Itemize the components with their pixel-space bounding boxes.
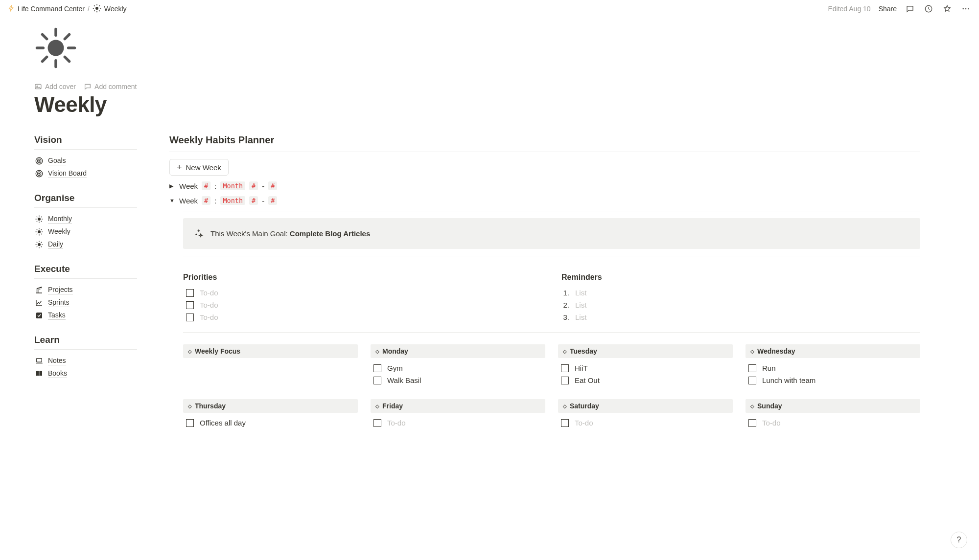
checkbox[interactable] (748, 419, 756, 427)
todo-item[interactable]: Eat Out (558, 374, 733, 386)
day-name: Friday (382, 402, 403, 410)
toggle-week-expanded[interactable]: ▼ Week # : Month # - # (169, 196, 920, 205)
todo-item[interactable]: To-do (183, 287, 542, 299)
sidebar-item-daily[interactable]: Daily (34, 238, 137, 251)
checkbox[interactable] (373, 419, 381, 427)
day-column-monday: ◇Monday Gym Walk Basil (371, 344, 545, 386)
sidebar-item-vision-board[interactable]: Vision Board (34, 167, 137, 180)
checkbox[interactable] (561, 364, 569, 372)
todo-item[interactable]: To-do (183, 299, 542, 311)
new-week-button[interactable]: + New Week (169, 159, 229, 176)
add-comment-label: Add comment (94, 83, 137, 90)
sidebar-heading-organise: Organise (34, 193, 137, 203)
checkbox[interactable] (561, 419, 569, 427)
sidebar: Vision Goals Vision Board Organise (34, 134, 137, 429)
todo-placeholder: To-do (200, 313, 218, 321)
more-icon[interactable] (960, 3, 971, 14)
share-button[interactable]: Share (879, 5, 897, 13)
crane-icon (34, 286, 44, 294)
sidebar-item-goals[interactable]: Goals (34, 155, 137, 167)
list-item[interactable]: 3.List (561, 311, 920, 323)
todo-item[interactable]: To-do (558, 417, 733, 429)
sidebar-item-books[interactable]: Books (34, 367, 137, 380)
svg-rect-58 (37, 358, 42, 362)
sidebar-item-label: Weekly (48, 227, 70, 236)
checkbox[interactable] (186, 419, 194, 427)
todo-item[interactable]: Lunch with team (746, 374, 920, 386)
todo-placeholder: To-do (575, 419, 593, 427)
day-header[interactable]: ◇Wednesday (746, 344, 920, 358)
day-column-friday: ◇Friday To-do (371, 399, 545, 429)
page-title[interactable]: Weekly (34, 92, 945, 117)
code-hash: # (268, 196, 277, 205)
list-number: 1. (561, 289, 569, 297)
breadcrumb-current[interactable]: Weekly (104, 5, 127, 13)
page-icon[interactable] (34, 26, 945, 71)
add-cover-button[interactable]: Add cover (34, 83, 76, 90)
checkbox[interactable] (186, 301, 194, 309)
sidebar-item-label: Tasks (48, 311, 66, 320)
triangle-right-icon[interactable]: ▶ (169, 183, 175, 189)
main-goal-callout[interactable]: This Week's Main Goal: Complete Blog Art… (183, 218, 920, 249)
todo-item[interactable]: To-do (371, 417, 545, 429)
todo-placeholder: To-do (200, 289, 218, 297)
checkbox[interactable] (748, 364, 756, 372)
star-icon[interactable] (942, 3, 953, 14)
svg-point-30 (38, 218, 41, 221)
toggle-week-collapsed[interactable]: ▶ Week # : Month # - # (169, 181, 920, 190)
add-cover-label: Add cover (45, 83, 76, 90)
checkbox[interactable] (186, 289, 194, 297)
sidebar-item-weekly[interactable]: Weekly (34, 225, 137, 238)
plus-icon: + (177, 163, 182, 172)
comments-icon[interactable] (905, 3, 915, 14)
checkbox[interactable] (748, 377, 756, 384)
triangle-down-icon[interactable]: ▼ (169, 198, 175, 203)
sidebar-item-label: Sprints (48, 298, 70, 307)
todo-item[interactable]: To-do (746, 417, 920, 429)
sidebar-item-monthly[interactable]: Monthly (34, 213, 137, 225)
clock-icon[interactable] (923, 3, 934, 14)
day-header[interactable]: ◇Sunday (746, 399, 920, 413)
todo-text: Lunch with team (762, 376, 816, 384)
list-item[interactable]: 1.List (561, 287, 920, 299)
svg-line-36 (41, 221, 42, 222)
day-header[interactable]: ◇Tuesday (558, 344, 733, 358)
svg-line-55 (37, 246, 38, 247)
target-icon (34, 157, 44, 165)
diamond-icon: ◇ (188, 349, 192, 354)
day-header[interactable]: ◇Weekly Focus (183, 344, 358, 358)
reminders-heading: Reminders (561, 273, 920, 282)
breadcrumb-separator: / (88, 5, 90, 13)
day-header[interactable]: ◇Monday (371, 344, 545, 358)
todo-item[interactable]: Run (746, 362, 920, 374)
todo-item[interactable]: HiiT (558, 362, 733, 374)
reminders-column: Reminders 1.List 2.List 3.List (561, 273, 920, 323)
todo-item[interactable]: Gym (371, 362, 545, 374)
checkbox[interactable] (373, 377, 381, 384)
sidebar-item-notes[interactable]: Notes (34, 355, 137, 367)
svg-point-39 (38, 230, 41, 233)
week-label: Week (179, 182, 198, 190)
checkbox[interactable] (561, 377, 569, 384)
sun-icon (93, 4, 101, 14)
add-comment-button[interactable]: Add comment (84, 83, 137, 90)
breadcrumb: Life Command Center / Weekly (18, 4, 127, 14)
todo-item[interactable]: Walk Basil (371, 374, 545, 386)
svg-line-37 (37, 221, 38, 222)
list-item[interactable]: 2.List (561, 299, 920, 311)
todo-item[interactable]: To-do (183, 311, 542, 323)
checkbox[interactable] (373, 364, 381, 372)
day-header[interactable]: ◇Friday (371, 399, 545, 413)
code-hash: # (202, 196, 210, 205)
checkbox[interactable] (186, 314, 194, 321)
breadcrumb-root[interactable]: Life Command Center (18, 5, 85, 13)
day-header[interactable]: ◇Saturday (558, 399, 733, 413)
todo-item[interactable]: Offices all day (183, 417, 358, 429)
day-header[interactable]: ◇Thursday (183, 399, 358, 413)
sidebar-item-tasks[interactable]: Tasks (34, 309, 137, 322)
topbar: Life Command Center / Weekly Edited Aug … (0, 0, 979, 18)
sidebar-item-projects[interactable]: Projects (34, 284, 137, 296)
sidebar-item-sprints[interactable]: Sprints (34, 296, 137, 309)
list-placeholder: List (575, 289, 586, 297)
help-button[interactable]: ? (951, 532, 967, 548)
